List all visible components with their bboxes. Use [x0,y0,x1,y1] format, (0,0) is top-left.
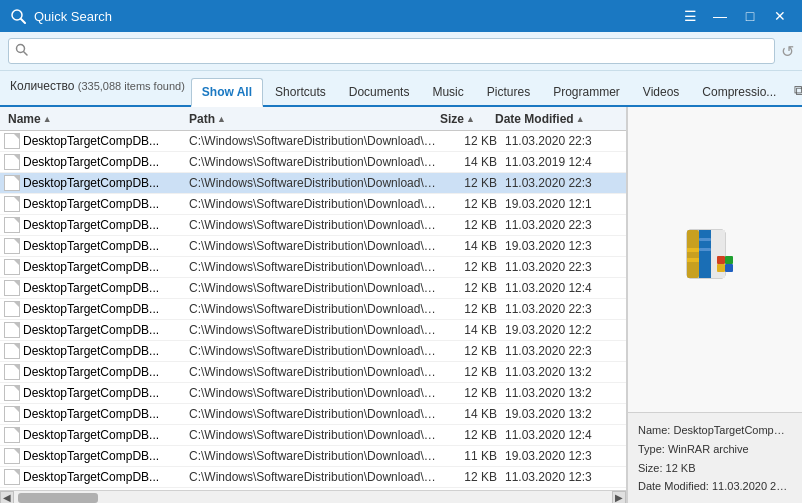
table-row[interactable]: DesktopTargetCompDB... C:\Windows\Softwa… [0,299,626,320]
preview-size: Size: 12 KB [638,459,792,478]
minimize-button[interactable]: — [706,5,734,27]
tab-compression[interactable]: Compressio... [691,78,787,105]
file-name: DesktopTargetCompDB... [23,155,159,169]
table-row[interactable]: DesktopTargetCompDB... C:\Windows\Softwa… [0,173,626,194]
svg-rect-12 [717,256,725,264]
cell-size: 11 KB [446,447,501,465]
file-name: DesktopTargetCompDB... [23,449,159,463]
file-list-area: Name ▲ Path ▲ Size ▲ Date Modified ▲ [0,107,627,503]
file-name: DesktopTargetCompDB... [23,407,159,421]
main-content: Name ▲ Path ▲ Size ▲ Date Modified ▲ [0,107,802,503]
svg-rect-9 [687,258,699,262]
file-name: DesktopTargetCompDB... [23,323,159,337]
table-row[interactable]: DesktopTargetCompDB... C:\Windows\Softwa… [0,215,626,236]
cell-size: 14 KB [446,405,501,423]
maximize-button[interactable]: □ [736,5,764,27]
cell-size: 12 KB [446,384,501,402]
tab-pictures[interactable]: Pictures [476,78,541,105]
table-row[interactable]: DesktopTargetCompDB... C:\Windows\Softwa… [0,341,626,362]
cell-date: 11.03.2020 22:3 [501,216,626,234]
scroll-right-arrow[interactable]: ▶ [612,491,626,504]
table-row[interactable]: DesktopTargetCompDB... C:\Windows\Softwa… [0,446,626,467]
cell-date: 11.03.2020 22:3 [501,342,626,360]
cell-path: C:\Windows\SoftwareDistribution\Download… [185,384,446,402]
cell-path: C:\Windows\SoftwareDistribution\Download… [185,405,446,423]
horizontal-scrollbar[interactable]: ◀ ▶ [0,490,626,503]
close-button[interactable]: ✕ [766,5,794,27]
cell-size: 12 KB [446,279,501,297]
svg-rect-6 [699,230,711,278]
cell-name: DesktopTargetCompDB... [0,173,185,193]
table-row[interactable]: DesktopTargetCompDB... C:\Windows\Softwa… [0,320,626,341]
tab-documents[interactable]: Documents [338,78,421,105]
cell-date: 19.03.2020 12:3 [501,447,626,465]
file-name: DesktopTargetCompDB... [23,470,159,484]
cell-name: DesktopTargetCompDB... [0,236,185,256]
preview-info: Name: DesktopTargetCompDB_c... Type: Win… [628,412,802,503]
svg-line-3 [24,52,28,56]
table-row[interactable]: DesktopTargetCompDB... C:\Windows\Softwa… [0,257,626,278]
cell-size: 12 KB [446,132,501,150]
file-name: DesktopTargetCompDB... [23,386,159,400]
table-row[interactable]: DesktopTargetCompDB... C:\Windows\Softwa… [0,236,626,257]
file-preview-icon [683,228,747,292]
table-row[interactable]: DesktopTargetCompDB... C:\Windows\Softwa… [0,278,626,299]
tab-show-all[interactable]: Show All [191,78,263,107]
table-row[interactable]: DesktopTargetCompDB... C:\Windows\Softwa… [0,467,626,488]
cell-date: 11.03.2020 22:3 [501,258,626,276]
column-size[interactable]: Size ▲ [436,111,491,126]
file-icon [4,175,20,191]
cell-date: 11.03.2020 13:2 [501,363,626,381]
table-row[interactable]: DesktopTargetCompDB... C:\Windows\Softwa… [0,152,626,173]
cell-path: C:\Windows\SoftwareDistribution\Download… [185,321,446,339]
cell-size: 12 KB [446,342,501,360]
cell-name: DesktopTargetCompDB... [0,425,185,445]
cell-path: C:\Windows\SoftwareDistribution\Download… [185,153,446,171]
file-icon [4,385,20,401]
table-row[interactable]: DesktopTargetCompDB... C:\Windows\Softwa… [0,194,626,215]
file-icon [4,364,20,380]
tab-music[interactable]: Music [421,78,474,105]
table-row[interactable]: DesktopTargetCompDB... C:\Windows\Softwa… [0,383,626,404]
table-body[interactable]: DesktopTargetCompDB... C:\Windows\Softwa… [0,131,626,490]
cell-size: 12 KB [446,363,501,381]
cell-size: 12 KB [446,195,501,213]
table-row[interactable]: DesktopTargetCompDB... C:\Windows\Softwa… [0,425,626,446]
table-row[interactable]: DesktopTargetCompDB... C:\Windows\Softwa… [0,131,626,152]
hamburger-button[interactable]: ☰ [676,5,704,27]
tab-programmer[interactable]: Programmer [542,78,631,105]
tab-expand-icon[interactable]: ⧉ [790,80,802,101]
file-icon [4,154,20,170]
column-date[interactable]: Date Modified ▲ [491,111,616,126]
cell-path: C:\Windows\SoftwareDistribution\Download… [185,174,446,192]
scroll-thumb[interactable] [18,493,98,503]
file-name: DesktopTargetCompDB... [23,134,159,148]
cell-name: DesktopTargetCompDB... [0,467,185,487]
column-path[interactable]: Path ▲ [185,111,436,126]
cell-size: 14 KB [446,153,501,171]
tab-videos[interactable]: Videos [632,78,690,105]
scroll-left-arrow[interactable]: ◀ [0,491,14,504]
preview-panel: Name: DesktopTargetCompDB_c... Type: Win… [627,107,802,503]
name-sort-icon: ▲ [43,114,52,124]
cell-name: DesktopTargetCompDB... [0,215,185,235]
file-name: DesktopTargetCompDB... [23,218,159,232]
svg-rect-5 [687,230,699,278]
search-icon [15,43,28,59]
file-name: DesktopTargetCompDB... [23,428,159,442]
file-icon [4,469,20,485]
table-row[interactable]: DesktopTargetCompDB... C:\Windows\Softwa… [0,404,626,425]
search-input-wrapper [8,38,775,64]
preview-type: Type: WinRAR archive [638,440,792,459]
svg-rect-14 [717,264,725,272]
search-input[interactable] [32,44,768,59]
cell-name: DesktopTargetCompDB... [0,320,185,340]
preview-image-area [628,107,802,412]
cell-size: 12 KB [446,258,501,276]
cell-date: 11.03.2020 12:4 [501,279,626,297]
cell-path: C:\Windows\SoftwareDistribution\Download… [185,216,446,234]
search-clear-button[interactable]: ↺ [781,42,794,61]
table-row[interactable]: DesktopTargetCompDB... C:\Windows\Softwa… [0,362,626,383]
column-name[interactable]: Name ▲ [0,111,185,126]
tab-shortcuts[interactable]: Shortcuts [264,78,337,105]
